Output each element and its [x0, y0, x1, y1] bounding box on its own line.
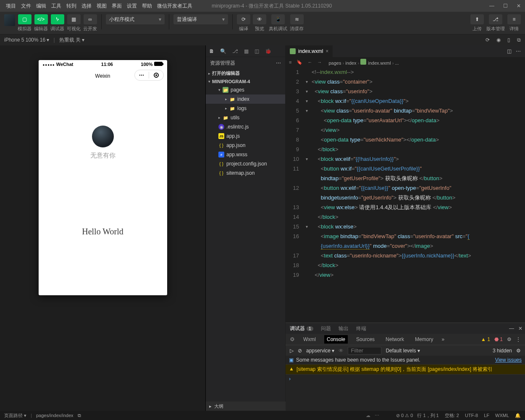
console-settings-icon[interactable]: ⚙ — [516, 348, 521, 354]
context-select[interactable]: appservice ▾ — [306, 348, 334, 354]
menu-转到[interactable]: 转到 — [64, 3, 79, 9]
editor-button[interactable]: </> — [34, 14, 48, 24]
warn-count[interactable]: ▲ 1 — [481, 336, 490, 342]
cursor-pos[interactable]: 行 1，列 1 — [417, 412, 438, 419]
capsule[interactable]: ⋯ — [134, 70, 164, 81]
crumb-0[interactable]: pages — [328, 60, 341, 66]
remote-debug-button[interactable]: 📱 — [271, 14, 285, 24]
refresh-icon[interactable]: ⟳ — [486, 37, 490, 43]
tab-problems[interactable]: 问题 — [321, 325, 331, 332]
tree-logs[interactable]: ▸📁logs — [206, 104, 285, 113]
page-path[interactable]: pages/index/index — [36, 413, 74, 418]
devtab-network[interactable]: Network — [383, 335, 407, 344]
menu-微信开发者工具[interactable]: 微信开发者工具 — [155, 3, 195, 9]
clear-console-icon[interactable]: ⊘ — [298, 348, 302, 354]
split-icon[interactable]: ⧉ — [517, 37, 521, 43]
record-icon[interactable]: ◉ — [496, 37, 501, 43]
diagnostics[interactable]: ⊘ 0 ⚠ 0 — [396, 413, 413, 418]
tree-.eslintrc.js[interactable]: ◉.eslintrc.js — [206, 122, 285, 131]
version-button[interactable]: ⎇ — [489, 14, 502, 24]
devtools-more-icon[interactable]: ⋮ — [516, 336, 521, 342]
minimize-icon[interactable]: — — [489, 3, 495, 9]
indent[interactable]: 空格: 2 — [445, 412, 459, 419]
devtab-wxml[interactable]: Wxml — [301, 335, 318, 344]
tab-debugger[interactable]: 调试器1 — [290, 325, 313, 332]
forward-icon[interactable]: → — [317, 60, 322, 65]
tab-output[interactable]: 输出 — [339, 325, 349, 332]
devtab-console[interactable]: Console — [324, 335, 348, 344]
branch-icon[interactable]: ⎇ — [232, 48, 238, 54]
debugger-button[interactable]: ᔭ — [51, 14, 64, 24]
err-count[interactable]: ⬣ 1 — [494, 336, 503, 342]
tree-index[interactable]: ▸📁index — [206, 94, 285, 104]
project-root[interactable]: ▾MINIPROGRAM-4 — [206, 78, 285, 85]
tree-app.wxss[interactable]: #app.wxss — [206, 150, 285, 159]
devtab-sources[interactable]: Sources — [354, 335, 377, 344]
cube-icon[interactable]: ◫ — [255, 48, 259, 54]
mode-select[interactable]: 小程序模式▾ — [106, 14, 165, 24]
cloud-button[interactable]: ∞ — [84, 14, 97, 24]
devtab-memory[interactable]: Memory — [412, 335, 436, 344]
encoding[interactable]: UTF-8 — [465, 413, 478, 418]
tree-app.js[interactable]: JSapp.js — [206, 131, 285, 141]
hot-reload-select[interactable]: 热重载 关 ▾ — [59, 37, 85, 44]
bell-icon[interactable]: 🔔 — [515, 413, 521, 418]
upload-button[interactable]: ⬆ — [470, 14, 484, 24]
visual-button[interactable]: ▦ — [67, 14, 81, 24]
levels-select[interactable]: Default levels ▾ — [386, 348, 420, 354]
hidden-count[interactable]: 3 hidden — [493, 348, 512, 354]
user-avatar[interactable] — [4, 14, 15, 26]
search-icon[interactable]: 🔍 — [220, 48, 226, 54]
device-select[interactable]: iPhone 5 100% 16 ▾ — [4, 37, 49, 43]
compile-button[interactable]: ⟳ — [237, 14, 250, 24]
console-prompt[interactable]: › — [286, 375, 525, 383]
more-icon[interactable]: ⋯ — [276, 60, 281, 66]
tab-terminal[interactable]: 终端 — [356, 325, 366, 332]
ext-icon[interactable]: ▦ — [244, 48, 249, 54]
page-path-label[interactable]: 页面路径 ▾ — [4, 412, 26, 419]
menu-工具[interactable]: 工具 — [49, 3, 64, 9]
user-avatar-large[interactable] — [92, 126, 114, 147]
menu-文件[interactable]: 文件 — [18, 3, 34, 9]
tree-utils[interactable]: ▸📁utils — [206, 113, 285, 122]
detail-button[interactable]: ≡ — [507, 14, 521, 24]
crumb-1[interactable]: index — [345, 60, 356, 66]
panel-close-icon[interactable]: ✕ — [518, 326, 522, 331]
copy-path-icon[interactable]: ⧉ — [78, 413, 81, 418]
maximize-icon[interactable]: ☐ — [502, 3, 508, 9]
capsule-close[interactable] — [149, 73, 163, 78]
outline-section[interactable]: ▸大纲 — [206, 402, 286, 411]
menu-项目[interactable]: 项目 — [3, 3, 18, 9]
capsule-menu[interactable]: ⋯ — [135, 72, 149, 78]
devtools-settings-icon[interactable]: ⚙ — [507, 336, 512, 342]
tab-more-icon[interactable]: ⋯ — [516, 48, 521, 54]
menu-视图[interactable]: 视图 — [94, 3, 109, 9]
menu-设置[interactable]: 设置 — [124, 3, 139, 9]
filter-input[interactable] — [348, 347, 381, 354]
menu-编辑[interactable]: 编辑 — [34, 3, 49, 9]
inspect-icon[interactable]: ⯐ — [290, 336, 295, 342]
menu-界面[interactable]: 界面 — [109, 3, 124, 9]
files-icon[interactable]: 🗎 — [209, 48, 214, 54]
close-icon[interactable]: ✕ — [516, 3, 522, 9]
toc-icon[interactable]: ≡ — [289, 60, 291, 65]
bug-icon[interactable]: 🐞 — [265, 48, 271, 54]
crumb-3[interactable]: ... — [395, 60, 399, 66]
tree-project.config.json[interactable]: { }project.config.json — [206, 159, 285, 168]
view-issues-link[interactable]: View issues — [495, 357, 522, 363]
clear-cache-button[interactable]: ≋ — [290, 14, 304, 24]
back-icon[interactable]: ← — [307, 60, 312, 65]
simulator-button[interactable]: ▢ — [18, 14, 32, 24]
close-tab-icon[interactable]: × — [326, 48, 328, 54]
more-status-icon[interactable]: ⋯ — [375, 413, 379, 418]
split-editor-icon[interactable]: ◫ — [507, 48, 512, 54]
device-icon[interactable]: ▯ — [507, 37, 510, 43]
language[interactable]: WXML — [495, 413, 509, 418]
preview-button[interactable]: 👁 — [253, 14, 266, 24]
tree-pages[interactable]: ▾📁pages — [206, 85, 285, 94]
devtab-more-icon[interactable]: » — [441, 336, 444, 342]
bookmark-icon[interactable]: 🔖 — [297, 60, 302, 65]
run-icon[interactable]: ▷ — [290, 348, 294, 354]
crumb-2[interactable]: index.wxml — [360, 60, 391, 66]
code-editor[interactable]: 12345678910111213141516171819 ▾▾▾▾▾▾ <!-… — [286, 67, 525, 323]
